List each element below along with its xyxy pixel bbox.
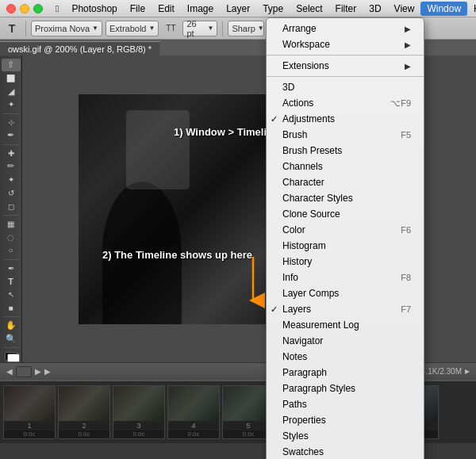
tool-eraser[interactable]: ◻ (2, 200, 21, 212)
tool-shape[interactable]: ■ (2, 301, 21, 314)
menu-item-label-11: Character (282, 177, 324, 188)
tool-separator-3 (3, 215, 19, 216)
menu-item-clone-source[interactable]: Clone Source (267, 206, 424, 222)
maximize-button[interactable] (33, 4, 43, 13)
tool-separator-6 (3, 347, 19, 348)
tool-eyedrop[interactable]: ✒ (2, 129, 21, 142)
menu-item-label-8: Brush (282, 129, 307, 140)
tool-brush[interactable]: ✏ (2, 160, 21, 173)
menu-help[interactable]: Help (467, 2, 476, 16)
menu-item-label-3: Extensions (282, 60, 329, 71)
tool-move[interactable]: ⇧ (2, 59, 21, 71)
tool-type[interactable]: T (2, 275, 21, 288)
menu-file[interactable]: File (124, 2, 152, 16)
menu-item-label-14: Color (282, 224, 305, 235)
font-size-dropdown[interactable]: 26 pt ▼ (182, 21, 217, 36)
tool-stamp[interactable]: ✦ (2, 174, 21, 186)
menu-item-3d[interactable]: 3D (267, 79, 424, 95)
film-thumb-4 (168, 386, 219, 421)
film-frame-2[interactable]: 20.0c (58, 385, 110, 439)
nav-arrow-left[interactable]: ◀ (6, 367, 13, 376)
tool-lasso[interactable]: ◢ (2, 85, 21, 98)
menu-item-paragraph-styles[interactable]: Paragraph Styles (267, 381, 424, 396)
tool-history-brush[interactable]: ↺ (2, 187, 21, 200)
nav-arrow-right[interactable]: ▶ (35, 367, 41, 376)
menu-view[interactable]: View (388, 2, 421, 16)
film-frame-number-2: 2 (59, 421, 109, 430)
menu-item-layer-comps[interactable]: Layer Comps (267, 285, 424, 301)
menu-items:  Photoshop File Edit Image Layer Type S… (49, 2, 476, 16)
menu-item-color[interactable]: ColorF6 (267, 222, 424, 238)
menu-item-navigator[interactable]: Navigator (267, 333, 424, 349)
anti-alias-dropdown[interactable]: Sharp ▼ (228, 21, 264, 36)
menu-edit[interactable]: Edit (152, 2, 181, 16)
film-thumb-3 (113, 386, 164, 421)
menu-item-label-24: Paragraph Styles (282, 383, 355, 394)
menu-photoshop[interactable]: Photoshop (65, 2, 123, 16)
menu-item-styles[interactable]: Styles (267, 428, 424, 444)
menu-shortcut-6: ⌥F9 (390, 98, 411, 109)
menu-item-channels[interactable]: Channels (267, 159, 424, 174)
menu-item-brush[interactable]: BrushF5 (267, 127, 424, 143)
tool-gradient[interactable]: ▦ (2, 218, 21, 231)
tool-marquee[interactable]: ⬜ (2, 72, 21, 85)
menu-item-character[interactable]: Character (267, 174, 424, 190)
tool-hand[interactable]: ✋ (2, 319, 21, 332)
menu-item-extensions[interactable]: Extensions▶ (267, 58, 424, 74)
tool-crop[interactable]: ⊹ (2, 116, 21, 128)
film-frame-3[interactable]: 30.0c (113, 385, 165, 439)
menu-type[interactable]: Type (256, 2, 290, 16)
font-style-dropdown[interactable]: Extrabold ▼ (106, 21, 159, 36)
menu-window[interactable]: Window (420, 2, 467, 16)
menu-item-label-25: Paths (282, 399, 307, 410)
playback-arrow[interactable]: ▶ (44, 367, 51, 376)
menu-layer[interactable]: Layer (220, 2, 256, 16)
font-size-label-icon: TT (162, 20, 179, 37)
menu-image[interactable]: Image (181, 2, 220, 16)
tool-zoom[interactable]: 🔍 (2, 332, 21, 345)
menu-item-workspace[interactable]: Workspace▶ (267, 36, 424, 52)
menu-item-label-5: 3D (282, 82, 294, 93)
film-frame-time-1: 0.0c (4, 430, 55, 438)
tool-type-icon: T (3, 20, 21, 37)
tool-blur[interactable]: ◌ (2, 231, 21, 243)
film-thumb-2 (59, 386, 109, 421)
document-tab[interactable]: owski.gif @ 200% (Layer 8, RGB/8) * (0, 41, 160, 55)
menu-item-measurement-log[interactable]: Measurement Log (267, 317, 424, 333)
menu-item-notes[interactable]: Notes (267, 349, 424, 365)
menu-shortcut-19: F7 (401, 304, 411, 314)
menu-item-history[interactable]: History (267, 254, 424, 270)
tool-wand[interactable]: ✦ (2, 98, 21, 111)
menu-item-paragraph[interactable]: Paragraph (267, 365, 424, 381)
menu-item-adjustments[interactable]: ✓Adjustments (267, 111, 424, 127)
background-color[interactable] (7, 354, 20, 362)
font-family-dropdown[interactable]: Proxima Nova ▼ (31, 21, 102, 36)
menu-divider-2 (267, 55, 424, 55)
close-button[interactable] (6, 4, 16, 13)
menu-item-properties[interactable]: Properties (267, 412, 424, 428)
tool-heal[interactable]: ✚ (2, 147, 21, 159)
film-frame-time-3: 0.0c (113, 430, 164, 438)
menu-item-actions[interactable]: Actions⌥F9 (267, 95, 424, 111)
minimize-button[interactable] (20, 4, 29, 13)
menu-item-swatches[interactable]: Swatches (267, 444, 424, 459)
menu-3d[interactable]: 3D (363, 2, 387, 16)
menu-item-character-styles[interactable]: Character Styles (267, 190, 424, 206)
menu-item-info[interactable]: InfoF8 (267, 270, 424, 285)
menu-item-arrange[interactable]: Arrange▶ (267, 21, 424, 36)
menu-item-paths[interactable]: Paths (267, 396, 424, 412)
menu-item-layers[interactable]: ✓LayersF7 (267, 301, 424, 317)
film-frame-1[interactable]: 10.0c (3, 385, 56, 439)
menu-item-histogram[interactable]: Histogram (267, 238, 424, 254)
tool-path-select[interactable]: ↖ (2, 289, 21, 301)
tool-dodge[interactable]: ○ (2, 244, 21, 257)
film-frame-4[interactable]: 40.0c (167, 385, 220, 439)
tool-pen[interactable]: ✒ (2, 262, 21, 274)
status-arrow[interactable]: ▶ (465, 368, 470, 375)
menu-item-brush-presets[interactable]: Brush Presets (267, 143, 424, 159)
menu-select[interactable]: Select (290, 2, 328, 16)
menu-filter[interactable]: Filter (329, 2, 363, 16)
menu-submenu-arrow-1: ▶ (405, 40, 411, 49)
menu-apple[interactable]:  (49, 2, 65, 16)
menu-item-label-7: Adjustments (282, 113, 335, 124)
